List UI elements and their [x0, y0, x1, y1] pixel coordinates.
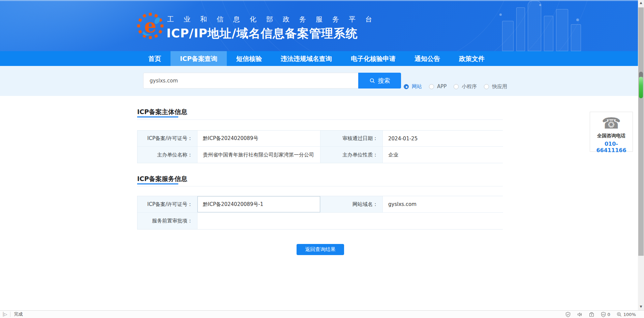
national-hotline-card: ☎ 全国咨询电话 010-66411166	[590, 112, 633, 152]
nav-item-home[interactable]: 首页	[139, 51, 171, 66]
search-button-label: 搜索	[378, 77, 390, 85]
service-info-table: ICP备案/许可证号： 黔ICP备2024020089号-1 网站域名： gys…	[137, 196, 503, 229]
service-section-title: ICP备案服务信息	[137, 175, 187, 183]
platform-subtitle: 工业和信息化部政务服务平台	[167, 15, 383, 24]
scroll-position-indicator	[639, 77, 643, 98]
radio-quickapp-label[interactable]: 快应用	[492, 83, 507, 90]
subject-section-divider	[137, 119, 503, 120]
pre-approval-label: 服务前置审批项：	[137, 213, 197, 229]
org-name-label: 主办单位名称：	[137, 147, 197, 163]
vertical-scrollbar[interactable]: ▲ ▼	[638, 0, 644, 310]
service-section-divider	[137, 186, 503, 186]
service-license-label: ICP备案/许可证号：	[137, 196, 197, 213]
service-title-underline	[137, 183, 178, 184]
telephone-icon: ☎	[590, 115, 633, 131]
pre-approval-value	[197, 213, 503, 229]
org-nature-label: 主办单位性质：	[320, 147, 383, 163]
scrollbar-up-arrow-icon[interactable]: ▲	[638, 0, 644, 6]
nav-item-notices[interactable]: 通知公告	[405, 51, 450, 66]
main-navigation: 首页 ICP备案查询 短信核验 违法违规域名查询 电子化核验申请 通知公告 政策…	[0, 51, 644, 66]
org-nature-value: 企业	[383, 147, 503, 163]
site-title: ICP/IP地址/域名信息备案管理系统	[166, 26, 358, 41]
radio-app[interactable]	[429, 84, 434, 89]
hotline-number: 010-66411166	[590, 141, 633, 153]
ad-blocker-shield-icon[interactable]: AD	[601, 312, 606, 317]
nav-item-illegal-domain-query[interactable]: 违法违规域名查询	[271, 51, 341, 66]
scrollbar-down-arrow-icon[interactable]: ▼	[638, 304, 644, 310]
radio-miniprogram-label[interactable]: 小程序	[462, 83, 477, 90]
search-icon	[369, 78, 375, 84]
medical-kit-icon[interactable]	[589, 312, 594, 317]
nav-item-policy-files[interactable]: 政策文件	[450, 51, 494, 66]
status-divider	[10, 312, 10, 317]
radio-website-label[interactable]: 网站	[412, 83, 422, 90]
service-license-value: 黔ICP备2024020089号-1	[197, 196, 320, 213]
speaker-icon[interactable]	[577, 312, 583, 317]
search-button[interactable]: 搜索	[358, 73, 401, 89]
domain-value: gyslxs.com	[383, 196, 503, 213]
search-type-radio-group: 网站 APP 小程序 快应用	[404, 83, 511, 90]
radio-website[interactable]	[404, 84, 409, 89]
subject-info-table: ICP备案/许可证号： 黔ICP备2024020089号 审核通过日期： 202…	[137, 130, 503, 163]
security-shield-check-icon[interactable]	[565, 312, 571, 317]
miit-gear-e-logo: e	[136, 12, 164, 40]
svg-text:e: e	[144, 14, 156, 37]
back-to-results-button[interactable]: 返回查询结果	[297, 244, 344, 255]
zoom-magnifier-icon[interactable]	[616, 312, 622, 317]
scrollbar-thumb[interactable]	[638, 7, 644, 256]
subject-section-title: ICP备案主体信息	[137, 108, 187, 116]
city-skyline-decoration	[499, 0, 586, 51]
audit-date-value: 2024-01-25	[383, 131, 503, 147]
status-text: 完成	[14, 311, 23, 317]
subject-license-label: ICP备案/许可证号：	[137, 131, 197, 147]
audit-date-label: 审核通过日期：	[320, 131, 383, 147]
radio-app-label[interactable]: APP	[437, 83, 447, 90]
hotline-title: 全国咨询电话	[590, 133, 633, 139]
page-header: e 工业和信息化部政务服务平台 ICP/IP地址/域名信息备案管理系统	[0, 0, 644, 51]
org-name-value: 贵州省中国青年旅行社有限公司彭家湾第一分公司	[197, 147, 320, 163]
radio-miniprogram[interactable]	[454, 84, 459, 89]
subject-license-value: 黔ICP备2024020089号	[197, 131, 320, 147]
browser-status-bar: │▷ 完成 AD 0 100%	[0, 310, 644, 318]
svg-text:AD: AD	[602, 313, 605, 315]
header-top-highlight	[0, 0, 644, 1]
zoom-level: 100%	[623, 312, 636, 317]
domain-label: 网站域名：	[320, 196, 383, 213]
nav-item-sms-verify[interactable]: 短信核验	[227, 51, 271, 66]
nav-item-icp-query[interactable]: ICP备案查询	[171, 51, 227, 66]
subject-title-underline	[137, 116, 178, 117]
search-input[interactable]	[143, 73, 358, 89]
status-play-icon: │▷	[2, 312, 7, 317]
ad-block-count: 0	[608, 312, 610, 317]
nav-item-e-verify-apply[interactable]: 电子化核验申请	[341, 51, 405, 66]
radio-quickapp[interactable]	[484, 84, 489, 89]
